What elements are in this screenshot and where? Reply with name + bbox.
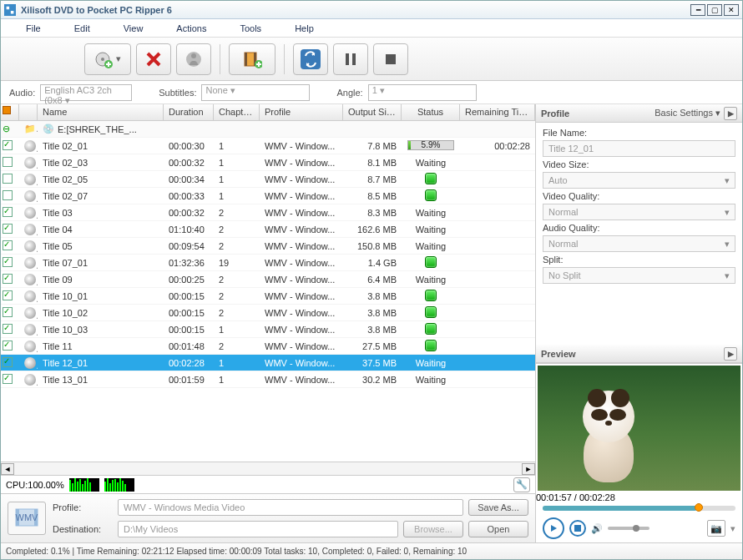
basic-settings-dropdown[interactable]: Basic Settings ▾ [655,108,720,119]
videosize-select[interactable]: Auto▾ [543,172,735,189]
row-checkbox[interactable] [3,240,13,250]
row-checkbox[interactable] [3,157,13,167]
convert-button[interactable] [229,43,275,75]
horizontal-scrollbar[interactable]: ◄ ► [1,462,535,475]
minimize-button[interactable]: ━ [690,4,705,16]
add-disc-button[interactable]: ▾ [84,43,131,75]
volume-icon[interactable]: 🔊 [591,523,603,534]
table-row[interactable]: Title 0300:00:322WMV - Window...8.3 MBWa… [1,204,535,221]
profile-label: Profile: [53,502,113,512]
start-button[interactable] [293,43,328,75]
row-checkbox[interactable] [3,174,13,184]
settings-icon-button[interactable]: 🔧 [513,477,530,492]
filename-input[interactable]: Title 12_01 [543,140,735,157]
row-checkbox[interactable] [3,257,13,267]
subtitles-label: Subtitles: [159,88,196,98]
remove-button[interactable] [136,43,171,75]
table-row[interactable]: Title 02_0500:00:341WMV - Window...8.7 M… [1,171,535,188]
table-row[interactable]: Title 0500:09:542WMV - Window...150.8 MB… [1,238,535,255]
play-button[interactable] [543,517,564,539]
disc-icon [24,240,36,252]
col-duration[interactable]: Duration [164,104,214,120]
audio-select[interactable]: English AC3 2ch (0x8 ▾ [40,84,132,101]
snapshot-menu[interactable]: ▾ [730,523,735,534]
table-row[interactable]: Title 10_0300:00:151WMV - Window...3.8 M… [1,321,535,338]
row-checkbox[interactable] [3,307,13,317]
table-row[interactable]: Title 0401:10:402WMV - Window...162.6 MB… [1,221,535,238]
table-row[interactable]: Title 02_0100:00:301WMV - Window...7.8 M… [1,138,535,154]
table-row[interactable]: Title 12_0100:02:281WMV - Window...37.5 … [1,355,535,371]
seek-slider[interactable] [543,506,735,511]
menu-actions[interactable]: Actions [159,21,223,36]
row-checkbox[interactable] [3,290,13,300]
table-row[interactable]: Title 10_0200:00:152WMV - Window...3.8 M… [1,305,535,321]
disc-icon [24,374,36,386]
table-row[interactable]: Title 02_0700:00:331WMV - Window...8.5 M… [1,188,535,204]
grid-body[interactable]: ⊖ 📁 💿E:[SHREK_THE_... Title 02_0100:00:3… [1,121,535,462]
row-checkbox[interactable] [3,140,13,150]
table-row[interactable]: Title 07_0101:32:3619WMV - Window...1.4 … [1,255,535,271]
col-status[interactable]: Status [402,104,460,120]
menu-view[interactable]: View [107,21,160,36]
disc-icon [24,274,36,285]
table-row[interactable]: Title 13_0100:01:591WMV - Window...30.2 … [1,371,535,388]
save-as-button[interactable]: Save As... [468,499,528,516]
expand-right-button[interactable]: ▶ [724,107,737,120]
status-ready-icon [425,340,437,351]
table-row[interactable]: Title 02_0300:00:321WMV - Window...8.1 M… [1,154,535,171]
row-checkbox[interactable] [3,374,13,384]
root-row[interactable]: ⊖ 📁 💿E:[SHREK_THE_... [1,121,535,138]
angle-select[interactable]: 1 ▾ [368,84,477,101]
table-row[interactable]: Title 10_0100:00:152WMV - Window...3.8 M… [1,288,535,305]
volume-slider[interactable] [608,527,649,530]
scroll-right-button[interactable]: ► [522,463,535,475]
videoquality-select[interactable]: Normal▾ [543,204,735,220]
menu-edit[interactable]: Edit [58,21,107,36]
preview-panel-header: Preview ▶ [536,345,742,363]
profile-select[interactable]: WMV - Windows Media Video [118,499,463,516]
preview-video[interactable] [538,366,740,491]
app-logo-icon [4,4,16,16]
close-button[interactable]: ✕ [724,4,739,16]
svg-rect-18 [574,525,581,532]
col-profile[interactable]: Profile [260,104,343,120]
profile-thumbnail: WMV [8,502,46,535]
col-chapters[interactable]: Chapters [214,104,260,120]
info-button[interactable] [176,43,211,75]
status-ready-icon [425,256,437,268]
stop-button[interactable] [373,43,408,75]
row-checkbox[interactable] [3,207,13,217]
snapshot-button[interactable]: 📷 [707,520,725,537]
subtitles-select[interactable]: None ▾ [201,84,310,101]
row-checkbox[interactable] [3,274,13,284]
row-checkbox[interactable] [3,224,13,234]
maximize-button[interactable]: ▢ [707,4,722,16]
table-row[interactable]: Title 1100:01:482WMV - Window...27.5 MB [1,338,535,355]
disc-icon [24,207,36,219]
row-checkbox[interactable] [3,190,13,200]
pause-button[interactable] [333,43,368,75]
svg-rect-0 [4,4,16,16]
disc-icon [24,307,36,319]
table-row[interactable]: Title 0900:00:252WMV - Window...6.4 MBWa… [1,271,535,288]
stop-preview-button[interactable] [569,520,586,537]
menu-file[interactable]: File [9,21,58,36]
menu-tools[interactable]: Tools [223,21,278,36]
audioquality-select[interactable]: Normal▾ [543,235,735,252]
browse-button[interactable]: Browse... [403,521,463,537]
status-ready-icon [425,173,437,184]
row-checkbox[interactable] [3,324,13,334]
row-checkbox[interactable] [3,357,13,367]
split-select[interactable]: No Split▾ [543,267,735,284]
open-button[interactable]: Open [468,521,528,537]
destination-input[interactable]: D:\My Videos [118,521,398,537]
col-remaining[interactable]: Remaining Time [460,104,535,120]
preview-expand-button[interactable]: ▶ [724,347,737,361]
scroll-left-button[interactable]: ◄ [1,463,14,475]
menu-help[interactable]: Help [278,21,331,36]
svg-point-5 [191,53,196,58]
col-name[interactable]: Name [38,104,164,120]
col-output[interactable]: Output Size [343,104,402,120]
audio-label: Audio: [9,88,35,98]
row-checkbox[interactable] [3,341,13,351]
